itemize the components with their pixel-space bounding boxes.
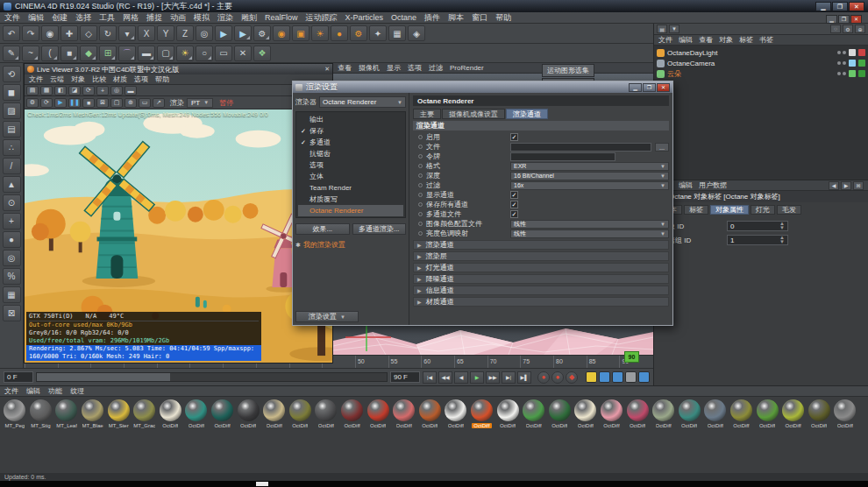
panel-menu-icon[interactable]: ▤ — [657, 25, 667, 33]
range-handle[interactable] — [37, 373, 170, 381]
menu-item[interactable]: 模拟 — [194, 12, 210, 24]
color-profile-dropdown[interactable]: 线性▼ — [510, 220, 669, 229]
render-picture-viewer-icon[interactable]: ▶ — [234, 25, 252, 41]
material-preview-sphere[interactable] — [679, 399, 701, 421]
visibility-dots[interactable] — [837, 61, 846, 65]
next-key-button[interactable]: ▶| — [502, 371, 516, 384]
prev-key-button[interactable]: ◀◀ — [438, 371, 452, 384]
stepper-icon[interactable]: ▲▼ — [779, 236, 785, 244]
material-item[interactable]: OctDiff — [729, 399, 755, 428]
environment-icon[interactable]: ○ — [196, 46, 213, 61]
material-menu-item[interactable]: 文件 — [4, 386, 18, 396]
octane-tab[interactable]: 主要 — [413, 109, 441, 119]
split-left-icon[interactable]: ◧ — [54, 86, 67, 95]
toggle-parameter[interactable] — [625, 371, 637, 383]
material-preview-sphere[interactable] — [30, 399, 52, 421]
live-selection-icon[interactable]: ◉ — [41, 25, 59, 41]
texture-mode-icon[interactable]: ▨ — [3, 102, 21, 119]
settings-gear-icon[interactable]: ⚙ — [26, 98, 39, 108]
material-item[interactable]: OctDiff — [754, 399, 780, 428]
render-mode-dropdown[interactable]: PT ▼ — [187, 98, 213, 108]
material-preview-sphere[interactable] — [160, 399, 181, 421]
material-preview-sphere[interactable] — [445, 399, 466, 421]
material-item[interactable]: MT_Grac — [132, 399, 158, 428]
menu-item[interactable]: 动画 — [170, 12, 186, 24]
material-preview-sphere[interactable] — [808, 399, 830, 421]
timeline-playhead[interactable]: 90 — [624, 351, 639, 363]
mograph-icon[interactable]: ❖ — [253, 46, 271, 61]
live-viewer-menu-item[interactable]: 材质 — [113, 74, 127, 84]
live-viewer-menu-item[interactable]: 文件 — [29, 74, 43, 84]
play-render-icon[interactable]: ▶ — [54, 98, 67, 108]
history-forward-icon[interactable]: ▶ — [841, 181, 851, 190]
object-tag-icon[interactable] — [849, 60, 856, 67]
mdi-restore-button[interactable]: ❐ — [838, 15, 850, 24]
material-item[interactable]: OctDiff — [651, 399, 677, 428]
points-mode-icon[interactable]: ∴ — [3, 139, 21, 156]
renderer-dropdown[interactable]: Octane Renderer ▼ — [319, 96, 406, 108]
object-tag-icon[interactable] — [849, 49, 856, 56]
search-icon[interactable]: ◌ — [830, 25, 841, 33]
material-item[interactable]: OctDiff — [313, 399, 339, 428]
octane-camera-icon[interactable]: ▣ — [292, 25, 309, 41]
object-manager-menu-item[interactable]: 查看 — [699, 35, 713, 45]
menu-item[interactable]: 文件 — [4, 12, 20, 24]
anim-dot-icon[interactable] — [418, 212, 423, 216]
material-preview-sphere[interactable] — [55, 399, 77, 421]
dialog-titlebar[interactable]: 渲染设置 ▁ ❐ ✕ — [293, 81, 672, 93]
group-header[interactable]: 渲染通道 — [413, 121, 669, 131]
gear-icon[interactable]: ⚙ — [843, 25, 853, 33]
live-viewer-menu-item[interactable]: 对象 — [71, 74, 85, 84]
sync-icon[interactable]: ⟳ — [82, 86, 95, 95]
depth-dropdown[interactable]: 16 Bit/Channel▼ — [510, 172, 669, 180]
focus-pick-icon[interactable]: ⊕ — [125, 98, 137, 108]
material-preview-sphere[interactable] — [549, 399, 571, 421]
start-frame-field[interactable]: 0 F — [4, 371, 33, 383]
menu-item[interactable]: 捕捉 — [146, 12, 162, 24]
material-item[interactable]: OctDiff — [546, 399, 573, 428]
dialog-maximize-button[interactable]: ❐ — [643, 83, 656, 92]
menu-item[interactable]: RealFlow — [265, 13, 298, 22]
material-menu-item[interactable]: 功能 — [48, 386, 62, 396]
material-preview-sphere[interactable] — [601, 399, 623, 421]
material-item[interactable]: OctDiff — [183, 399, 210, 428]
material-preview-sphere[interactable] — [108, 399, 130, 421]
autokey-button[interactable]: ● — [551, 371, 564, 384]
mdi-close-button[interactable]: ✕ — [850, 15, 862, 24]
settings-tree-item[interactable]: 抗锯齿 — [298, 148, 403, 159]
object-tag-icon[interactable] — [858, 49, 865, 56]
film-icon[interactable]: ▬ — [125, 86, 137, 95]
freehand-spline-icon[interactable]: ~ — [22, 46, 39, 61]
material-preview-sphere[interactable] — [419, 399, 441, 421]
maximize-button[interactable]: ❐ — [832, 2, 848, 11]
save-all-checkbox[interactable]: ✓ — [510, 201, 518, 208]
viewport-menu-item[interactable]: 显示 — [387, 63, 401, 73]
settings-tree-item[interactable]: ✓ 保存 — [298, 125, 403, 137]
panel-menu-icon[interactable]: ▤ — [26, 86, 39, 95]
octane-liveviewer-icon[interactable]: ◉ — [273, 25, 290, 41]
material-item[interactable]: OctDiff — [417, 399, 444, 428]
live-viewer-titlebar[interactable]: Live Viewer 3.07-R2 中国C4D联盟中文汉化版 ✕ — [25, 64, 332, 74]
axis-mode-icon[interactable]: + — [3, 213, 21, 229]
material-preview-sphere[interactable] — [574, 399, 596, 421]
attribute-menu-item[interactable]: 编辑 — [679, 180, 693, 190]
show-passes-checkbox[interactable]: ✓ — [510, 191, 518, 199]
material-item[interactable]: OctDiff — [261, 399, 288, 428]
bend-deformer-icon[interactable]: ⌒ — [118, 46, 136, 61]
material-item[interactable]: OctDiff — [676, 399, 702, 428]
menu-item[interactable]: 运动跟踪 — [306, 12, 338, 24]
undo-icon[interactable]: ↶ — [3, 25, 20, 41]
snap-icon[interactable]: ◎ — [3, 250, 21, 266]
attribute-menu-item[interactable]: 用户数据 — [699, 180, 727, 190]
object-item[interactable]: OctaneDayLight — [657, 47, 865, 58]
attribute-tab[interactable]: 标签 — [684, 205, 708, 215]
material-item[interactable]: OctDiff — [832, 399, 858, 428]
object-manager-menu-item[interactable]: 文件 — [658, 35, 672, 45]
pen-icon[interactable]: ✎ — [3, 46, 20, 61]
visibility-dots[interactable] — [837, 72, 846, 75]
axis-x-button[interactable]: X — [138, 25, 155, 41]
material-menu-item[interactable]: 纹理 — [70, 386, 84, 396]
octane-tab[interactable]: 摄像机成像设置 — [442, 109, 505, 119]
settings-tree-item[interactable]: Octane Renderer — [298, 205, 403, 216]
settings-tree-item[interactable]: 材质覆写 — [298, 194, 403, 205]
